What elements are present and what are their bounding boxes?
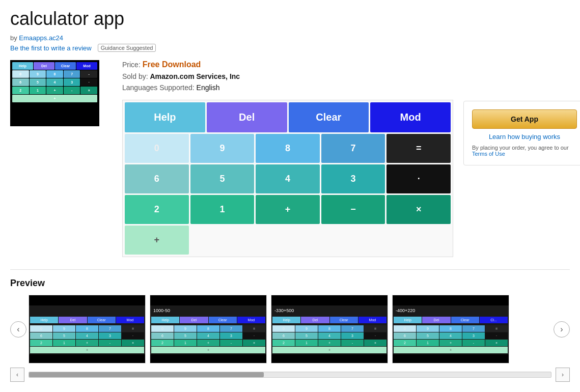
scrollbar-left-button[interactable]: ‹ bbox=[10, 368, 24, 382]
by-label: by bbox=[10, 34, 19, 42]
app-title: calculator app bbox=[10, 8, 570, 30]
mini-minus: - bbox=[64, 87, 80, 94]
author-line: by Emaapps.ac24 bbox=[10, 34, 570, 42]
price-label: Price: bbox=[122, 61, 141, 69]
scrollbar-thumb[interactable] bbox=[29, 372, 264, 377]
mini-5: 5 bbox=[30, 78, 46, 86]
get-app-button[interactable]: Get App bbox=[472, 109, 577, 129]
carousel-inner: Help Del Clear Mod 0 9 8 7 = 6 5 4 bbox=[26, 295, 554, 363]
carousel-scrollbar: ‹ › bbox=[10, 368, 570, 382]
sold-by-row: Sold by: Amazon.com Services, Inc bbox=[122, 72, 453, 80]
app-thumbnail: Help Del Clear Mod 0 9 8 7 - 6 5 bbox=[10, 60, 99, 126]
author-link[interactable]: Emaapps.ac24 bbox=[19, 34, 63, 42]
mini-4: 4 bbox=[46, 78, 63, 86]
mini-plus: + bbox=[46, 87, 63, 94]
btn-2: 2 bbox=[125, 195, 189, 224]
terms-line: By placing your order, you agree to our … bbox=[472, 145, 577, 157]
mini-add-bottom: + bbox=[12, 95, 97, 102]
price-section: Price: Free Download Sold by: Amazon.com… bbox=[122, 60, 453, 92]
mini-help-btn: Help bbox=[12, 62, 33, 70]
lang-value: English bbox=[197, 83, 220, 92]
btn-6: 6 bbox=[125, 164, 189, 193]
carousel-item-1: Help Del Clear Mod 0 9 8 7 = 6 5 4 bbox=[29, 295, 146, 363]
mini-clear-btn: Clear bbox=[55, 62, 76, 70]
mini-8: 8 bbox=[46, 70, 63, 78]
btn-0: 0 bbox=[125, 134, 189, 163]
preview-carousel: ‹ Help Del Clear Mod 0 bbox=[10, 295, 570, 363]
purchase-box: Get App Learn how buying works By placin… bbox=[463, 101, 580, 165]
center-column: Price: Free Download Sold by: Amazon.com… bbox=[122, 60, 453, 257]
guidance-badge: Guidance Suggested bbox=[98, 44, 156, 52]
btn-7: 7 bbox=[321, 134, 385, 163]
carousel-prev-button[interactable]: ‹ bbox=[10, 321, 26, 338]
left-column: Help Del Clear Mod 0 9 8 7 - 6 5 bbox=[10, 60, 112, 257]
learn-buying-link[interactable]: Learn how buying works bbox=[472, 133, 577, 141]
scrollbar-track bbox=[29, 372, 551, 378]
btn-5: 5 bbox=[190, 164, 255, 193]
mini-7: 7 bbox=[64, 70, 80, 78]
review-line: Be the first to write a review Guidance … bbox=[10, 44, 570, 52]
page-container: calculator app by Emaapps.ac24 Be the fi… bbox=[0, 0, 580, 392]
right-column: Get App Learn how buying works By placin… bbox=[463, 60, 580, 257]
mini-mod-btn: Mod bbox=[76, 62, 97, 70]
mini-header-row: Help Del Clear Mod bbox=[12, 62, 97, 70]
btn-1: 1 bbox=[190, 195, 255, 224]
mini-times: × bbox=[80, 87, 97, 94]
btn-dot: · bbox=[386, 164, 451, 193]
clear-btn: Clear bbox=[289, 102, 369, 132]
btn-times: × bbox=[386, 195, 451, 224]
price-row: Price: Free Download bbox=[122, 60, 453, 69]
btn-9: 9 bbox=[190, 134, 255, 163]
lang-row: Languages Supported: English bbox=[122, 83, 453, 92]
terms-prefix: By placing your order, you agree to our bbox=[472, 145, 569, 151]
btn-4: 4 bbox=[256, 164, 320, 193]
mini-dot: · bbox=[80, 78, 97, 86]
scrollbar-right-button[interactable]: › bbox=[556, 368, 570, 382]
mini-2: 2 bbox=[12, 87, 29, 94]
btn-8: 8 bbox=[256, 134, 320, 163]
preview-title: Preview bbox=[10, 278, 570, 289]
btn-eq: = bbox=[386, 134, 451, 163]
mini-del-btn: Del bbox=[34, 62, 54, 70]
btn-add-bottom: + bbox=[125, 226, 189, 255]
calc-number-grid: 0 9 8 7 = 6 5 4 3 · 2 1 + − × bbox=[125, 134, 451, 255]
mini-calc: Help Del Clear Mod 0 9 8 7 - 6 5 bbox=[10, 60, 99, 105]
content-area: Help Del Clear Mod 0 9 8 7 - 6 5 bbox=[10, 60, 570, 257]
terms-link[interactable]: Terms of Use bbox=[472, 151, 505, 157]
mini-row-2: 6 5 4 3 · bbox=[12, 78, 97, 86]
price-value: Free Download bbox=[143, 60, 201, 69]
mini-6: 6 bbox=[12, 78, 29, 86]
del-btn: Del bbox=[207, 102, 287, 132]
large-calc-container: Help Del Clear Mod 0 9 8 7 = 6 5 4 bbox=[122, 100, 453, 257]
carousel-item-4: -400+220 Help Del Clear Cl... 0 9 8 7 = bbox=[392, 295, 509, 363]
carousel-item-3: -330+500 Help Del Clear Mod 0 9 8 7 = bbox=[271, 295, 388, 363]
sold-by-label: Sold by: bbox=[122, 72, 148, 80]
mini-0: 0 bbox=[12, 70, 29, 78]
help-btn: Help bbox=[125, 102, 205, 132]
mini-1: 1 bbox=[30, 87, 46, 94]
calc-header-row: Help Del Clear Mod bbox=[125, 102, 451, 132]
carousel-next-button[interactable]: › bbox=[554, 321, 570, 338]
mini-row-1: 0 9 8 7 - bbox=[12, 70, 97, 78]
mod-btn: Mod bbox=[370, 102, 451, 132]
mini-row-4: + bbox=[12, 95, 97, 102]
btn-plus: + bbox=[256, 195, 320, 224]
sold-by-value: Amazon.com Services, Inc bbox=[150, 72, 240, 80]
btn-minus: − bbox=[321, 195, 385, 224]
preview-section: Preview ‹ Help Del Clear Mod bbox=[10, 269, 570, 382]
write-review-link[interactable]: Be the first to write a review bbox=[10, 44, 92, 52]
mini-9: 9 bbox=[30, 70, 46, 78]
carousel-item-2: 1000-50 Help Del Clear Mod 0 9 8 7 = bbox=[150, 295, 267, 363]
mini-3: 3 bbox=[64, 78, 80, 86]
mini-eq: - bbox=[80, 70, 97, 78]
mini-row-3: 2 1 + - × bbox=[12, 87, 97, 94]
lang-label: Languages Supported: bbox=[122, 83, 195, 92]
btn-3: 3 bbox=[321, 164, 385, 193]
